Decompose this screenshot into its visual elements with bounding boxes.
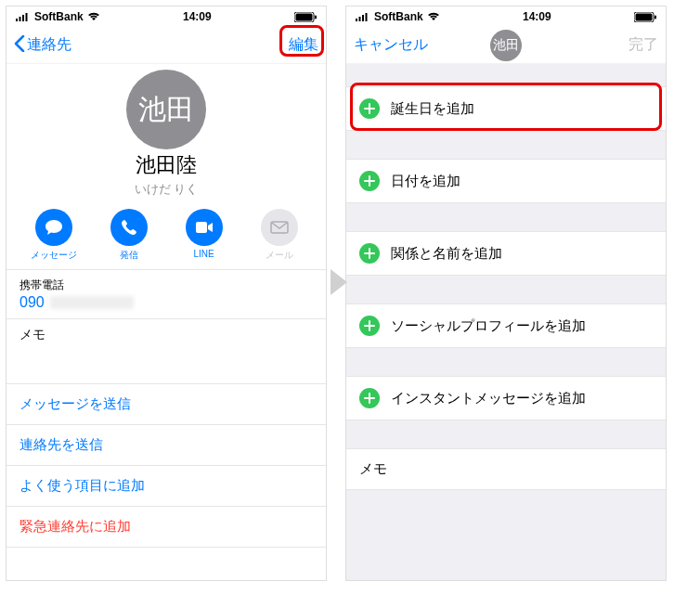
phone-field-value: 090 bbox=[19, 294, 313, 311]
carrier-label: SoftBank bbox=[374, 10, 423, 23]
plus-icon bbox=[359, 243, 380, 264]
phone-section[interactable]: 携帯電話 090 bbox=[6, 270, 326, 319]
memo-label: メモ bbox=[19, 327, 45, 342]
signal-icon bbox=[16, 12, 31, 21]
signal-icon bbox=[356, 12, 370, 21]
phone-field-label: 携帯電話 bbox=[19, 278, 313, 293]
message-icon bbox=[35, 209, 72, 246]
call-label: 発信 bbox=[120, 249, 138, 262]
svg-rect-1 bbox=[19, 17, 21, 21]
add-social-label: ソーシャルプロフィールを追加 bbox=[391, 317, 586, 335]
add-birthday-label: 誕生日を追加 bbox=[391, 100, 474, 118]
back-button[interactable]: 連絡先 bbox=[14, 35, 71, 56]
cancel-label: キャンセル bbox=[354, 35, 428, 55]
status-bar: SoftBank 14:09 bbox=[346, 6, 666, 27]
contact-edit-screen: SoftBank 14:09 キャンセル 池田 完了 bbox=[345, 6, 667, 581]
arrow-icon bbox=[331, 269, 347, 295]
svg-rect-11 bbox=[362, 15, 364, 21]
message-label: メッセージ bbox=[31, 249, 77, 262]
add-im-label: インスタントメッセージを追加 bbox=[391, 390, 586, 407]
add-favorite-row[interactable]: よく使う項目に追加 bbox=[6, 466, 326, 507]
message-button[interactable]: メッセージ bbox=[21, 209, 86, 262]
plus-icon bbox=[359, 171, 380, 191]
carrier-label: SoftBank bbox=[34, 10, 84, 23]
svg-rect-2 bbox=[22, 15, 24, 21]
battery-icon bbox=[294, 12, 317, 22]
battery-icon bbox=[634, 12, 656, 22]
memo-label: メモ bbox=[359, 460, 387, 476]
phone-icon bbox=[110, 209, 148, 246]
mail-icon bbox=[261, 209, 298, 246]
contact-name: 池田陸 bbox=[6, 151, 326, 179]
avatar-small-wrap[interactable]: 池田 bbox=[490, 30, 522, 61]
add-date-row[interactable]: 日付を追加 bbox=[346, 159, 666, 203]
plus-icon bbox=[359, 98, 380, 119]
back-label: 連絡先 bbox=[27, 35, 71, 55]
call-button[interactable]: 発信 bbox=[97, 209, 162, 262]
plus-icon bbox=[359, 316, 380, 336]
contact-reading: いけだ りく bbox=[6, 181, 326, 198]
clock: 14:09 bbox=[183, 10, 212, 23]
redacted-phone bbox=[50, 296, 134, 309]
clock: 14:09 bbox=[523, 10, 551, 23]
add-im-row[interactable]: インスタントメッセージを追加 bbox=[346, 376, 666, 420]
mail-button[interactable]: メール bbox=[247, 209, 312, 262]
navbar: キャンセル 池田 完了 bbox=[346, 27, 666, 64]
done-button[interactable]: 完了 bbox=[629, 35, 658, 55]
memo-row[interactable]: メモ bbox=[346, 448, 666, 490]
memo-section[interactable]: メモ bbox=[6, 319, 326, 384]
status-bar: SoftBank 14:09 bbox=[6, 6, 326, 27]
video-label: LINE bbox=[193, 249, 214, 259]
avatar: 池田 bbox=[126, 70, 206, 149]
video-button[interactable]: LINE bbox=[172, 209, 237, 262]
add-date-label: 日付を追加 bbox=[391, 173, 460, 190]
svg-rect-10 bbox=[359, 17, 361, 21]
wifi-icon bbox=[427, 12, 440, 21]
contact-header: 池田 池田陸 いけだ りく bbox=[6, 64, 326, 203]
svg-rect-3 bbox=[26, 13, 28, 21]
add-birthday-row[interactable]: 誕生日を追加 bbox=[346, 86, 666, 131]
edit-label: 編集 bbox=[289, 35, 318, 55]
navbar: 連絡先 編集 bbox=[6, 27, 326, 64]
mail-label: メール bbox=[266, 249, 293, 262]
svg-rect-9 bbox=[356, 19, 357, 21]
svg-rect-14 bbox=[636, 13, 653, 20]
svg-rect-6 bbox=[315, 15, 317, 19]
add-emergency-row[interactable]: 緊急連絡先に追加 bbox=[6, 507, 326, 548]
add-relation-label: 関係と名前を追加 bbox=[391, 245, 502, 263]
svg-rect-5 bbox=[296, 13, 313, 20]
wifi-icon bbox=[87, 12, 100, 21]
svg-rect-12 bbox=[366, 13, 368, 21]
action-row: メッセージ 発信 LINE メール bbox=[6, 203, 326, 270]
edit-button[interactable]: 編集 bbox=[289, 35, 318, 55]
send-message-row[interactable]: メッセージを送信 bbox=[6, 384, 326, 425]
chevron-left-icon bbox=[14, 35, 25, 56]
svg-rect-15 bbox=[655, 15, 656, 19]
add-social-row[interactable]: ソーシャルプロフィールを追加 bbox=[346, 303, 666, 348]
video-icon bbox=[186, 209, 223, 246]
contact-view-screen: SoftBank 14:09 連絡先 編集 池田 池田陸 いけだ りく bbox=[6, 6, 327, 581]
svg-rect-7 bbox=[196, 222, 207, 233]
edit-form: 誕生日を追加 日付を追加 関係と名前を追加 bbox=[346, 64, 666, 580]
cancel-button[interactable]: キャンセル bbox=[354, 35, 428, 55]
plus-icon bbox=[359, 388, 380, 408]
avatar: 池田 bbox=[490, 30, 522, 61]
done-label: 完了 bbox=[629, 35, 658, 55]
add-relation-row[interactable]: 関係と名前を追加 bbox=[346, 231, 666, 276]
send-contact-row[interactable]: 連絡先を送信 bbox=[6, 425, 326, 466]
svg-rect-0 bbox=[16, 19, 18, 21]
